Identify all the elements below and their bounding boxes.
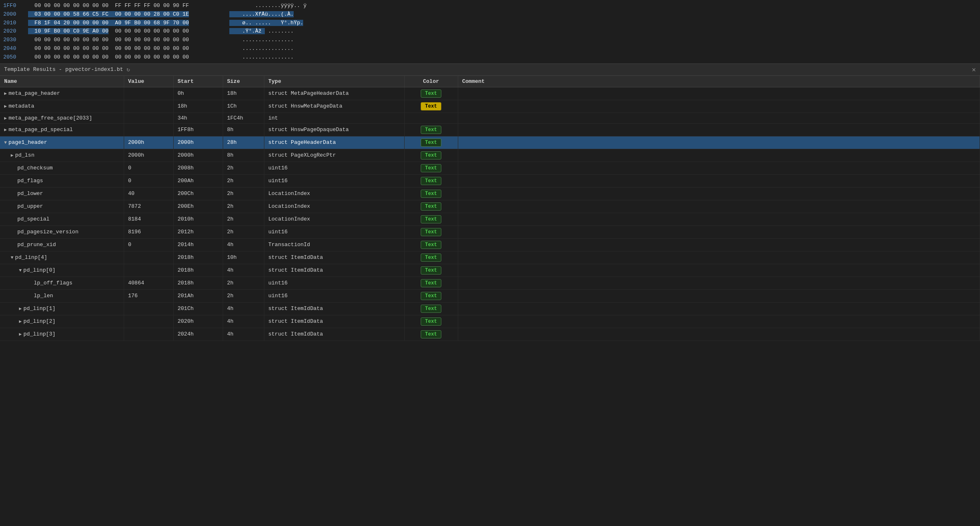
cell-name: pd_prune_xid (0, 238, 124, 251)
cell-color: Text (404, 264, 458, 277)
cell-comment (458, 200, 980, 213)
color-badge[interactable]: Text (421, 330, 442, 338)
cell-value (124, 302, 173, 315)
hex-addr: 2000 (3, 10, 28, 19)
cell-value: 2000h (124, 136, 173, 149)
expand-arrow[interactable] (19, 268, 22, 273)
color-badge[interactable]: Text (421, 266, 442, 275)
cell-size: 2h (223, 174, 264, 187)
cell-comment (458, 123, 980, 136)
cell-size: 2h (223, 200, 264, 213)
cell-color: Text (404, 149, 458, 162)
table-row[interactable]: pd_special81842010h2hLocationIndexText (0, 213, 980, 225)
table-row[interactable]: meta_page_pd_special1FF8h8hstruct HnswPa… (0, 123, 980, 136)
color-badge[interactable]: Text (421, 254, 442, 262)
cell-name: pd_pagesize_version (0, 225, 124, 238)
cell-comment (458, 213, 980, 225)
table-row[interactable]: pd_lsn2000h2000h8hstruct PageXLogRecPtrT… (0, 149, 980, 162)
table-row[interactable]: pd_prune_xid02014h4hTransactionIdText (0, 238, 980, 251)
cell-size: 1Ch (223, 100, 264, 113)
expand-arrow[interactable] (4, 140, 7, 145)
cell-start: 2008h (173, 162, 223, 174)
color-badge[interactable]: Text (421, 190, 442, 198)
table-row[interactable]: pd_linp[1]201Ch4hstruct ItemIdDataText (0, 302, 980, 315)
cell-size: 2h (223, 187, 264, 200)
table-row[interactable]: pd_linp[4]2018h10hstruct ItemIdDataText (0, 251, 980, 264)
color-badge[interactable]: Text (421, 202, 442, 211)
color-badge[interactable]: Text (421, 215, 442, 223)
color-badge[interactable]: Text (421, 241, 442, 249)
expand-arrow[interactable] (19, 331, 22, 337)
table-row[interactable]: pd_flags0200Ah2huint16Text (0, 174, 980, 187)
table-row[interactable]: page1_header2000h2000h28hstruct PageHead… (0, 136, 980, 149)
color-badge[interactable]: Text (421, 228, 442, 236)
color-badge[interactable]: Text (421, 126, 442, 134)
cell-start: 0h (173, 87, 223, 100)
cell-color: Text (404, 238, 458, 251)
expand-arrow[interactable] (19, 319, 22, 324)
table-row[interactable]: pd_linp[2]2020h4hstruct ItemIdDataText (0, 315, 980, 328)
cell-value: 2000h (124, 149, 173, 162)
cell-comment (458, 251, 980, 264)
template-results-bar: Template Results - pgvector-index1.bt ↻ … (0, 63, 980, 76)
color-badge[interactable]: Text (421, 279, 442, 287)
cell-start: 2018h (173, 264, 223, 277)
cell-value: 176 (124, 289, 173, 302)
color-badge[interactable]: Text (421, 292, 442, 300)
cell-name: pd_linp[2] (0, 315, 124, 328)
close-button[interactable]: ✕ (972, 66, 976, 74)
expand-arrow[interactable] (11, 153, 14, 158)
color-badge[interactable]: Text (421, 177, 442, 185)
cell-type: struct MetaPageHeaderData (264, 87, 404, 100)
table-row[interactable]: meta_page_free_space[2033]34h1FC4hint (0, 113, 980, 123)
color-badge[interactable]: Text (421, 102, 442, 110)
color-badge[interactable]: Text (421, 317, 442, 326)
table-row[interactable]: pd_upper7872200Eh2hLocationIndexText (0, 200, 980, 213)
color-badge[interactable]: Text (421, 89, 442, 98)
table-row[interactable]: meta_page_header0h18hstruct MetaPageHead… (0, 87, 980, 100)
cell-comment (458, 149, 980, 162)
table-row[interactable]: pd_linp[3]2024h4hstruct ItemIdDataText (0, 328, 980, 340)
cell-value: 40864 (124, 277, 173, 289)
cell-size: 2h (223, 213, 264, 225)
cell-size: 18h (223, 87, 264, 100)
cell-comment (458, 162, 980, 174)
cell-color: Text (404, 302, 458, 315)
cell-size: 2h (223, 277, 264, 289)
cell-type: struct PageXLogRecPtr (264, 149, 404, 162)
table-row[interactable]: pd_linp[0]2018h4hstruct ItemIdDataText (0, 264, 980, 277)
col-comment: Comment (458, 76, 980, 87)
cell-value: 7872 (124, 200, 173, 213)
color-badge[interactable]: Text (421, 305, 442, 313)
cell-value: 0 (124, 174, 173, 187)
table-row[interactable]: pd_lower40200Ch2hLocationIndexText (0, 187, 980, 200)
table-row[interactable]: pd_checksum02008h2huint16Text (0, 162, 980, 174)
cell-comment (458, 87, 980, 100)
cell-name: metadata (0, 100, 124, 113)
expand-arrow[interactable] (4, 91, 7, 96)
table-row[interactable]: metadata18h1Chstruct HnswMetaPageDataTex… (0, 100, 980, 113)
expand-arrow[interactable] (4, 103, 7, 109)
table-row[interactable]: lp_off_flags408642018h2huint16Text (0, 277, 980, 289)
cell-comment (458, 100, 980, 113)
cell-name: meta_page_header (0, 87, 124, 100)
expand-arrow[interactable] (4, 115, 7, 121)
expand-arrow[interactable] (4, 127, 7, 132)
refresh-icon[interactable]: ↻ (127, 66, 130, 73)
expand-arrow[interactable] (19, 306, 22, 311)
cell-value: 8184 (124, 213, 173, 225)
hex-addr: 2010 (3, 19, 28, 28)
cell-value (124, 315, 173, 328)
cell-comment (458, 113, 980, 123)
color-badge[interactable]: Text (421, 139, 442, 147)
expand-arrow[interactable] (11, 255, 14, 260)
table-row[interactable]: pd_pagesize_version81962012h2huint16Text (0, 225, 980, 238)
color-badge[interactable]: Text (421, 151, 442, 160)
color-badge[interactable]: Text (421, 164, 442, 172)
table-row[interactable]: lp_len176201Ah2huint16Text (0, 289, 980, 302)
cell-type: struct ItemIdData (264, 302, 404, 315)
cell-type: struct ItemIdData (264, 328, 404, 340)
cell-start: 2000h (173, 149, 223, 162)
cell-name: pd_linp[3] (0, 328, 124, 340)
cell-size: 2h (223, 289, 264, 302)
